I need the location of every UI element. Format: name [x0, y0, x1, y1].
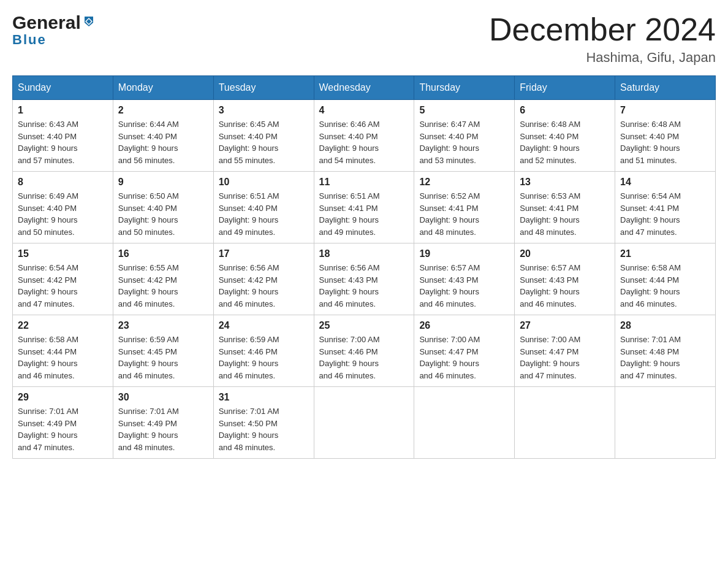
day-number: 23: [118, 320, 208, 331]
calendar-day-6: 6Sunrise: 6:48 AMSunset: 4:40 PMDaylight…: [515, 100, 615, 172]
day-number: 6: [520, 105, 610, 116]
day-info: Sunrise: 6:43 AMSunset: 4:40 PMDaylight:…: [18, 118, 108, 166]
empty-cell: [615, 387, 716, 459]
day-number: 13: [520, 177, 610, 188]
calendar-header: SundayMondayTuesdayWednesdayThursdayFrid…: [13, 76, 716, 100]
calendar-day-25: 25Sunrise: 7:00 AMSunset: 4:46 PMDayligh…: [314, 315, 414, 387]
day-info: Sunrise: 6:50 AMSunset: 4:40 PMDaylight:…: [118, 190, 208, 238]
calendar-day-16: 16Sunrise: 6:55 AMSunset: 4:42 PMDayligh…: [113, 243, 213, 315]
day-number: 14: [620, 177, 710, 188]
calendar-day-31: 31Sunrise: 7:01 AMSunset: 4:50 PMDayligh…: [213, 387, 314, 459]
calendar-day-2: 2Sunrise: 6:44 AMSunset: 4:40 PMDaylight…: [113, 100, 213, 172]
day-info: Sunrise: 7:00 AMSunset: 4:47 PMDaylight:…: [520, 334, 610, 381]
page-subtitle: Hashima, Gifu, Japan: [489, 50, 716, 66]
weekday-header-monday: Monday: [113, 76, 213, 100]
weekday-header-saturday: Saturday: [615, 76, 716, 100]
calendar-day-3: 3Sunrise: 6:45 AMSunset: 4:40 PMDaylight…: [213, 100, 314, 172]
day-number: 30: [118, 392, 208, 403]
calendar-day-21: 21Sunrise: 6:58 AMSunset: 4:44 PMDayligh…: [615, 243, 716, 315]
day-info: Sunrise: 6:56 AMSunset: 4:43 PMDaylight:…: [319, 262, 409, 310]
day-number: 11: [319, 177, 409, 188]
calendar-day-20: 20Sunrise: 6:57 AMSunset: 4:43 PMDayligh…: [515, 243, 615, 315]
calendar-day-10: 10Sunrise: 6:51 AMSunset: 4:40 PMDayligh…: [213, 172, 314, 243]
day-number: 22: [18, 320, 108, 331]
calendar-day-9: 9Sunrise: 6:50 AMSunset: 4:40 PMDaylight…: [113, 172, 213, 243]
day-number: 18: [319, 248, 409, 259]
empty-cell: [314, 387, 414, 459]
calendar-day-26: 26Sunrise: 7:00 AMSunset: 4:47 PMDayligh…: [414, 315, 515, 387]
calendar-day-24: 24Sunrise: 6:59 AMSunset: 4:46 PMDayligh…: [213, 315, 314, 387]
page-title: December 2024: [489, 12, 716, 47]
day-info: Sunrise: 6:58 AMSunset: 4:44 PMDaylight:…: [18, 334, 108, 381]
day-info: Sunrise: 6:51 AMSunset: 4:41 PMDaylight:…: [319, 190, 409, 238]
calendar-day-19: 19Sunrise: 6:57 AMSunset: 4:43 PMDayligh…: [414, 243, 515, 315]
day-number: 5: [419, 105, 509, 116]
day-number: 7: [620, 105, 710, 116]
weekday-header-wednesday: Wednesday: [314, 76, 414, 100]
calendar-day-13: 13Sunrise: 6:53 AMSunset: 4:41 PMDayligh…: [515, 172, 615, 243]
day-number: 29: [18, 392, 108, 403]
day-info: Sunrise: 7:01 AMSunset: 4:48 PMDaylight:…: [620, 334, 710, 381]
day-info: Sunrise: 6:53 AMSunset: 4:41 PMDaylight:…: [520, 190, 610, 238]
day-number: 21: [620, 248, 710, 259]
day-info: Sunrise: 6:57 AMSunset: 4:43 PMDaylight:…: [419, 262, 509, 310]
weekday-header-friday: Friday: [515, 76, 615, 100]
weekday-header-thursday: Thursday: [414, 76, 515, 100]
weekday-header-tuesday: Tuesday: [213, 76, 314, 100]
day-info: Sunrise: 6:58 AMSunset: 4:44 PMDaylight:…: [620, 262, 710, 310]
day-number: 9: [118, 177, 208, 188]
day-number: 17: [219, 248, 309, 259]
day-number: 10: [219, 177, 309, 188]
day-number: 26: [419, 320, 509, 331]
day-info: Sunrise: 6:56 AMSunset: 4:42 PMDaylight:…: [219, 262, 309, 310]
day-info: Sunrise: 6:44 AMSunset: 4:40 PMDaylight:…: [118, 118, 208, 166]
logo-general-text: General: [12, 12, 81, 33]
day-number: 3: [219, 105, 309, 116]
calendar-week-3: 15Sunrise: 6:54 AMSunset: 4:42 PMDayligh…: [13, 243, 716, 315]
day-number: 25: [319, 320, 409, 331]
calendar-day-4: 4Sunrise: 6:46 AMSunset: 4:40 PMDaylight…: [314, 100, 414, 172]
day-info: Sunrise: 7:01 AMSunset: 4:49 PMDaylight:…: [118, 405, 208, 453]
day-number: 31: [219, 392, 309, 403]
title-section: December 2024 Hashima, Gifu, Japan: [489, 12, 716, 66]
day-number: 16: [118, 248, 208, 259]
day-info: Sunrise: 7:01 AMSunset: 4:49 PMDaylight:…: [18, 405, 108, 453]
empty-cell: [414, 387, 515, 459]
day-number: 8: [18, 177, 108, 188]
day-info: Sunrise: 6:54 AMSunset: 4:42 PMDaylight:…: [18, 262, 108, 310]
calendar-day-5: 5Sunrise: 6:47 AMSunset: 4:40 PMDaylight…: [414, 100, 515, 172]
calendar-day-8: 8Sunrise: 6:49 AMSunset: 4:40 PMDaylight…: [13, 172, 113, 243]
day-number: 15: [18, 248, 108, 259]
page-header: General Blue December 2024 Hashima, Gifu…: [12, 12, 716, 66]
day-number: 1: [18, 105, 108, 116]
calendar-day-11: 11Sunrise: 6:51 AMSunset: 4:41 PMDayligh…: [314, 172, 414, 243]
day-info: Sunrise: 6:46 AMSunset: 4:40 PMDaylight:…: [319, 118, 409, 166]
day-info: Sunrise: 7:00 AMSunset: 4:46 PMDaylight:…: [319, 334, 409, 381]
calendar-day-29: 29Sunrise: 7:01 AMSunset: 4:49 PMDayligh…: [13, 387, 113, 459]
calendar-week-1: 1Sunrise: 6:43 AMSunset: 4:40 PMDaylight…: [13, 100, 716, 172]
day-number: 2: [118, 105, 208, 116]
calendar-day-28: 28Sunrise: 7:01 AMSunset: 4:48 PMDayligh…: [615, 315, 716, 387]
day-info: Sunrise: 6:59 AMSunset: 4:46 PMDaylight:…: [219, 334, 309, 381]
calendar-day-15: 15Sunrise: 6:54 AMSunset: 4:42 PMDayligh…: [13, 243, 113, 315]
calendar-table: SundayMondayTuesdayWednesdayThursdayFrid…: [12, 75, 716, 459]
calendar-day-27: 27Sunrise: 7:00 AMSunset: 4:47 PMDayligh…: [515, 315, 615, 387]
day-number: 28: [620, 320, 710, 331]
empty-cell: [515, 387, 615, 459]
calendar-day-1: 1Sunrise: 6:43 AMSunset: 4:40 PMDaylight…: [13, 100, 113, 172]
day-number: 12: [419, 177, 509, 188]
calendar-day-12: 12Sunrise: 6:52 AMSunset: 4:41 PMDayligh…: [414, 172, 515, 243]
calendar-week-5: 29Sunrise: 7:01 AMSunset: 4:49 PMDayligh…: [13, 387, 716, 459]
day-info: Sunrise: 6:57 AMSunset: 4:43 PMDaylight:…: [520, 262, 610, 310]
calendar-day-23: 23Sunrise: 6:59 AMSunset: 4:45 PMDayligh…: [113, 315, 213, 387]
day-info: Sunrise: 6:52 AMSunset: 4:41 PMDaylight:…: [419, 190, 509, 238]
calendar-week-4: 22Sunrise: 6:58 AMSunset: 4:44 PMDayligh…: [13, 315, 716, 387]
day-info: Sunrise: 6:51 AMSunset: 4:40 PMDaylight:…: [219, 190, 309, 238]
day-info: Sunrise: 6:47 AMSunset: 4:40 PMDaylight:…: [419, 118, 509, 166]
day-number: 27: [520, 320, 610, 331]
day-info: Sunrise: 6:49 AMSunset: 4:40 PMDaylight:…: [18, 190, 108, 238]
day-info: Sunrise: 7:01 AMSunset: 4:50 PMDaylight:…: [219, 405, 309, 453]
calendar-day-18: 18Sunrise: 6:56 AMSunset: 4:43 PMDayligh…: [314, 243, 414, 315]
logo: General Blue: [12, 12, 96, 48]
day-number: 4: [319, 105, 409, 116]
